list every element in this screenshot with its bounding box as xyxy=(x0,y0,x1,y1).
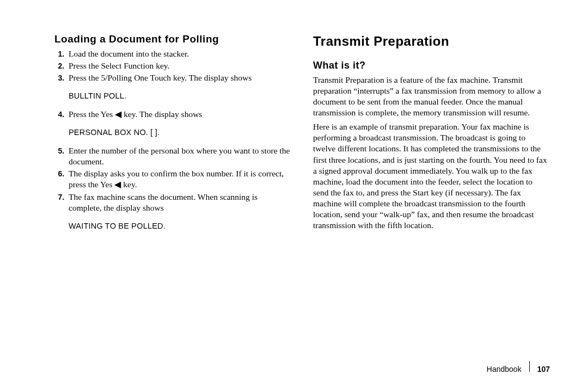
footer-separator xyxy=(529,361,530,372)
display-bulltin-poll: BULLTIN POLL. xyxy=(54,91,291,101)
step-3: Press the 5/Polling One Touch key. The d… xyxy=(66,72,291,83)
right-column: Transmit Preparation What is it? Transmi… xyxy=(313,33,550,359)
step-4: Press the Yes ◀ key. The display shows xyxy=(66,109,291,120)
display-personal-box: PERSONAL BOX NO. [ ]. xyxy=(54,127,291,138)
right-paragraph-2: Here is an example of transmit preparati… xyxy=(313,121,550,231)
step-list-3: Enter the number of the personal box whe… xyxy=(54,145,291,213)
right-heading: Transmit Preparation xyxy=(313,33,550,50)
step-7: The fax machine scans the document. When… xyxy=(66,192,291,213)
page: Loading a Document for Polling Load the … xyxy=(0,0,588,359)
right-paragraph-1: Transmit Preparation is a feature of the… xyxy=(313,75,550,119)
step-4-text-b: key. The display shows xyxy=(121,109,202,119)
right-subheading: What is it? xyxy=(313,59,550,72)
step-2: Press the Select Function key. xyxy=(66,60,291,71)
step-6-text-a: The display asks you to confirm the box … xyxy=(69,169,284,189)
step-6: The display asks you to confirm the box … xyxy=(66,168,291,190)
step-6-text-b: key. xyxy=(121,180,137,189)
display-waiting: WAITING TO BE POLLED. xyxy=(54,221,291,231)
step-5: Enter the number of the personal box whe… xyxy=(66,145,291,167)
step-1: Load the document into the stacker. xyxy=(66,48,291,59)
step-list: Load the document into the stacker. Pres… xyxy=(54,48,291,83)
footer-label: Handbook xyxy=(487,365,522,373)
page-footer: Handbook 107 xyxy=(487,360,550,373)
left-heading: Loading a Document for Polling xyxy=(54,33,291,46)
left-triangle-icon: ◀ xyxy=(114,179,121,190)
left-triangle-icon: ◀ xyxy=(115,109,121,120)
page-number: 107 xyxy=(537,365,550,373)
left-column: Loading a Document for Polling Load the … xyxy=(54,33,291,359)
step-4-text-a: Press the Yes xyxy=(69,109,115,119)
step-list-2: Press the Yes ◀ key. The display shows xyxy=(54,109,291,120)
